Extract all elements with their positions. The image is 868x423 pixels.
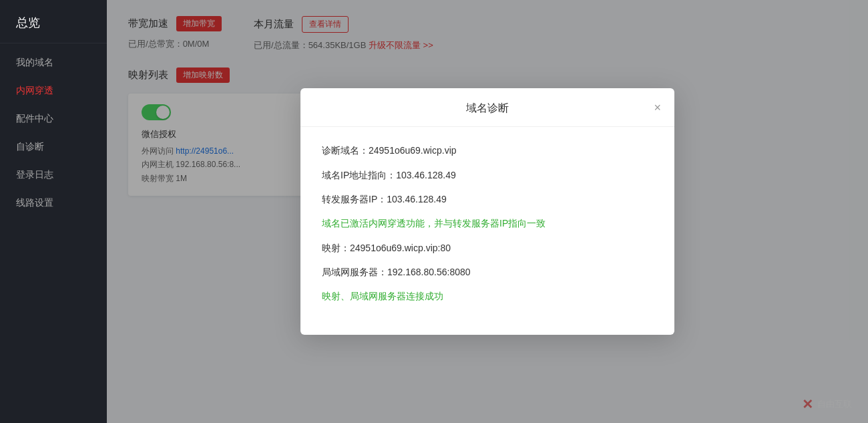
diag-row-6: 映射、局域网服务器连接成功: [322, 289, 653, 303]
sidebar-item-diagnostics[interactable]: 自诊断: [0, 133, 107, 161]
sidebar-title: 总览: [0, 0, 107, 43]
diag-row-4: 映射：24951o6u69.wicp.vip:80: [322, 241, 653, 255]
sidebar-item-domains[interactable]: 我的域名: [0, 49, 107, 77]
dialog-header: 域名诊断 ×: [300, 88, 674, 127]
dialog-body: 诊断域名：24951o6u69.wicp.vip 域名IP地址指向：103.46…: [300, 127, 674, 335]
sidebar-item-components[interactable]: 配件中心: [0, 105, 107, 133]
sidebar: 总览 我的域名 内网穿透 配件中心 自诊断 登录日志 线路设置: [0, 0, 107, 423]
diag-row-2: 转发服务器IP：103.46.128.49: [322, 192, 653, 206]
main-content: 带宽加速 增加带宽 已用/总带宽：0M/0M 本月流量 查看详情 已用/总流量：…: [107, 0, 868, 423]
dialog-title: 域名诊断: [466, 102, 509, 114]
modal-overlay[interactable]: 域名诊断 × 诊断域名：24951o6u69.wicp.vip 域名IP地址指向…: [107, 0, 868, 423]
diag-row-1: 域名IP地址指向：103.46.128.49: [322, 168, 653, 182]
domain-diagnostic-dialog: 域名诊断 × 诊断域名：24951o6u69.wicp.vip 域名IP地址指向…: [300, 88, 674, 335]
dialog-close-button[interactable]: ×: [654, 102, 661, 114]
sidebar-item-linesettings[interactable]: 线路设置: [0, 189, 107, 217]
diag-row-5: 局域网服务器：192.168.80.56:8080: [322, 265, 653, 279]
diag-row-0: 诊断域名：24951o6u69.wicp.vip: [322, 143, 653, 158]
diag-row-3: 域名已激活内网穿透功能，并与转发服务器IP指向一致: [322, 216, 653, 231]
sidebar-item-tunnel[interactable]: 内网穿透: [0, 77, 107, 105]
sidebar-item-loginlog[interactable]: 登录日志: [0, 161, 107, 189]
